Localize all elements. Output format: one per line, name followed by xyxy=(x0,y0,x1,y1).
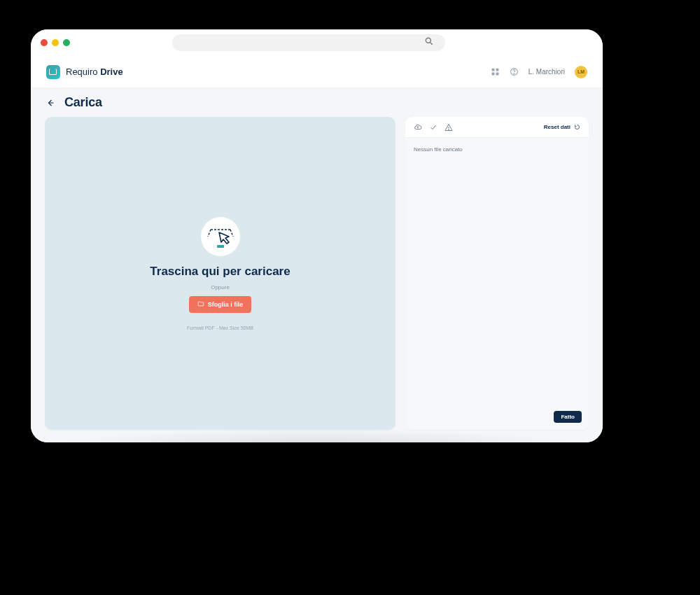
check-icon[interactable] xyxy=(429,123,438,132)
window-minimize-dot[interactable] xyxy=(52,39,59,46)
svg-rect-3 xyxy=(496,69,498,71)
apps-grid-icon[interactable] xyxy=(491,67,500,76)
panel-body: Nessun file caricato Fatto xyxy=(405,138,589,430)
upload-status-panel: Reset dati Nessun file caricato Fatto xyxy=(405,117,589,430)
browser-bar xyxy=(31,29,603,56)
cloud-upload-icon[interactable] xyxy=(414,123,422,132)
dropzone-or-text: Oppure xyxy=(211,284,230,290)
window-close-dot[interactable] xyxy=(41,39,48,46)
help-icon[interactable] xyxy=(510,67,519,76)
svg-point-9 xyxy=(449,129,449,130)
svg-line-1 xyxy=(430,43,433,45)
brand-name: Requiro Drive xyxy=(66,66,123,77)
svg-rect-4 xyxy=(491,73,494,76)
svg-rect-8 xyxy=(217,245,224,248)
page-title: Carica xyxy=(64,95,102,110)
svg-rect-5 xyxy=(496,73,498,76)
browse-files-label: Sfoglia i file xyxy=(208,301,244,308)
avatar[interactable]: LM xyxy=(575,66,587,78)
svg-point-0 xyxy=(426,38,430,43)
svg-point-7 xyxy=(514,74,514,74)
reset-data-label: Reset dati xyxy=(544,124,570,130)
app-header: Requiro Drive L. Marchiori LM xyxy=(31,56,603,88)
browse-files-button[interactable]: Sfoglia i file xyxy=(189,296,252,313)
upload-dropzone[interactable]: Trascina qui per caricare Oppure Sfoglia… xyxy=(45,117,396,430)
brand[interactable]: Requiro Drive xyxy=(46,65,123,79)
dropzone-title: Trascina qui per caricare xyxy=(150,265,290,279)
header-actions: L. Marchiori LM xyxy=(491,66,587,78)
dropzone-hint: Formati PDF - Max Size 50MB xyxy=(187,326,253,330)
user-name[interactable]: L. Marchiori xyxy=(528,68,565,76)
window-maximize-dot[interactable] xyxy=(63,39,70,46)
done-button[interactable]: Fatto xyxy=(554,411,582,423)
back-button[interactable] xyxy=(46,99,55,107)
reset-data-button[interactable]: Reset dati xyxy=(544,124,580,130)
dropzone-illustration xyxy=(201,217,240,256)
tablet-frame: Requiro Drive L. Marchiori LM Carica xyxy=(21,20,612,452)
content-area: Trascina qui per caricare Oppure Sfoglia… xyxy=(31,113,603,442)
empty-state-text: Nessun file caricato xyxy=(414,146,463,153)
folder-icon xyxy=(197,300,204,309)
svg-rect-2 xyxy=(491,69,494,71)
panel-header: Reset dati xyxy=(405,117,589,138)
search-icon xyxy=(424,36,434,49)
warning-icon[interactable] xyxy=(444,123,453,132)
screen: Requiro Drive L. Marchiori LM Carica xyxy=(31,29,603,442)
url-bar[interactable] xyxy=(172,34,445,51)
brand-logo-icon xyxy=(46,65,60,79)
title-row: Carica xyxy=(31,88,603,113)
